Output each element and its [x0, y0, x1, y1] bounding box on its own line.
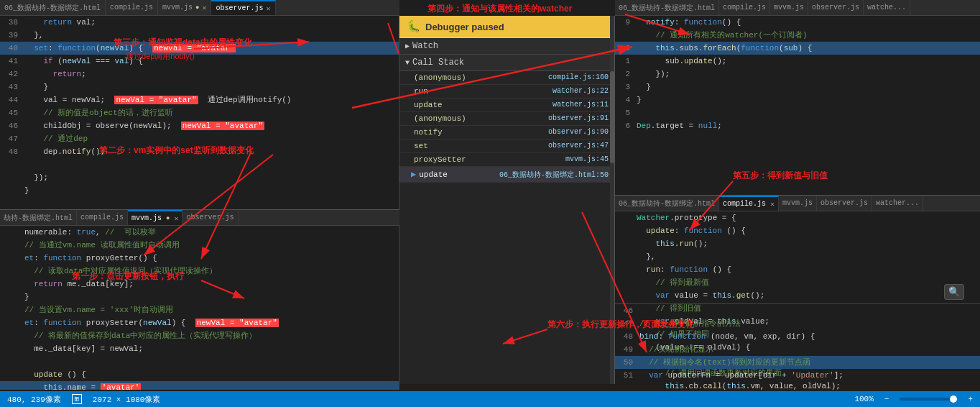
call-stack-title[interactable]: ▼ Call Stack	[399, 55, 614, 71]
code-line-blank3: }	[0, 184, 399, 197]
frame-update[interactable]: update watcher.js:11	[399, 99, 614, 112]
rt-line-2: 2 });	[615, 68, 980, 81]
rt-line-cmt: // 通知所有相关的watcher(一个订阅者)	[615, 29, 980, 42]
code-line-blank2: });	[0, 171, 399, 184]
tab-right-t-compile[interactable]: compile.js	[719, 0, 770, 15]
tab-compile[interactable]: compile.js	[106, 0, 158, 15]
tab-right-t-observer[interactable]: observer.js	[808, 0, 864, 15]
wc-line-run: this.run();	[615, 237, 980, 250]
lb-line-9: // 将最新的值保存到data中对应的属性上（实现代理写操作）	[0, 329, 399, 342]
close-icon-mvvm-b[interactable]: ✕	[174, 214, 178, 223]
tab-label-1: compile.js	[110, 4, 153, 12]
debugger-header: 🐛 Debugger paused	[399, 16, 614, 38]
close-icon-compile-r[interactable]: ✕	[770, 200, 775, 209]
left-top-code: 38 return val; 39 }, 40 set: function(ne…	[0, 16, 399, 209]
zoom-plus[interactable]: +	[968, 395, 973, 403]
tab-left-b-mvvm[interactable]: mvvm.js ● ✕	[128, 210, 182, 225]
tab-lb-label-1: compile.js	[80, 214, 124, 221]
tab-right-b-compile[interactable]: compile.js ✕	[719, 196, 779, 211]
frame-run[interactable]: run watcher.js:22	[399, 85, 614, 99]
cc-line-46: 46	[615, 304, 980, 317]
rt-line-3: 3 }	[615, 81, 980, 93]
code-line-40: 40 set: function(newVal) { newVal = "ava…	[0, 42, 399, 55]
tab-right-b-watcher[interactable]: watcher...	[872, 196, 923, 211]
frame-set[interactable]: set observer.js:47	[399, 140, 614, 153]
lb-line-3: et: function proxyGetter() {	[0, 252, 399, 265]
lb-line-5: return me._data[key];	[0, 278, 399, 291]
wc-line-close1: },	[615, 250, 980, 263]
tab-observer[interactable]: observer.js ✕	[211, 0, 275, 15]
code-line-38: 38 return val;	[0, 16, 399, 29]
cc-line-49: 49 //实现初始化显示	[615, 343, 980, 356]
tab-left-b-databd[interactable]: 劫持-数据绑定.html	[0, 210, 77, 225]
tab-lb-label-0: 劫持-数据绑定.html	[4, 213, 73, 223]
close-icon-observer[interactable]: ✕	[267, 4, 271, 13]
code-line-41: 41 if (newVal === val) {	[0, 55, 399, 68]
coords-display: 480, 239像素	[7, 394, 61, 405]
chevron-down-icon: ▼	[405, 59, 410, 67]
frame-notify[interactable]: notify observer.js:90	[399, 126, 614, 140]
active-frame-arrow: ▶	[411, 169, 416, 180]
watch-section: ▶ Watch	[399, 38, 614, 55]
cc-line-51: 51 var updaterFn = updater[dir + 'Update…	[615, 369, 980, 382]
frame-update-active[interactable]: ▶ update 06_数据劫持-数据绑定.html:50	[399, 167, 614, 183]
lb-line-11	[0, 355, 399, 368]
code-line-43: 43 }	[0, 81, 399, 93]
wc-line-update-fn: update: function () {	[615, 224, 980, 237]
lb-line-1: numerable: true, // 可以枚举	[0, 226, 399, 239]
tab-right-b-mvvm[interactable]: mvvm.js	[779, 196, 817, 211]
code-line-42: 42 return;	[0, 68, 399, 81]
frame-anonymous-2[interactable]: (anonymous) observer.js:91	[399, 112, 614, 126]
tab-right-t-databd[interactable]: 06_数据劫持-数据绑定.html	[615, 0, 719, 15]
status-left: 480, 239像素 ⊞ 2072 × 1080像素	[7, 394, 160, 405]
rt-line-5: 5	[615, 106, 980, 119]
zoom-slider[interactable]	[900, 398, 957, 401]
cc-line-47: 47 // 真正用于解析指令的方法	[615, 317, 980, 330]
debugger-scrollbar[interactable]	[610, 16, 614, 384]
zoom-minus[interactable]: −	[884, 395, 889, 403]
cc-line-48: 48 bind: function (node, vm, exp, dir) {	[615, 330, 980, 343]
tab-label-3: observer.js	[216, 4, 263, 12]
cc-line-50: 50 // 根据指令名(text)得到对应的更新节点函	[615, 356, 980, 369]
code-line-blank1	[0, 158, 399, 171]
tab-left-b-compile[interactable]: compile.js	[77, 210, 128, 225]
right-top-code: 9 notify: function() { // 通知所有相关的watcher…	[615, 16, 980, 195]
watch-label: Watch	[412, 41, 438, 51]
lb-line-13: this.name = 'avatar'	[0, 381, 399, 390]
frame-proxysetter[interactable]: proxySetter mvvm.js:45	[399, 153, 614, 167]
tab-left-b-observer[interactable]: observer.js	[182, 210, 238, 225]
tab-mvvm[interactable]: mvvm.js ● ✕	[158, 0, 211, 15]
code-line-39: 39 },	[0, 29, 399, 42]
mini-search-button[interactable]: 🔍	[944, 284, 964, 300]
lb-line-7: // 当设置vm.name = 'xxx'时自动调用	[0, 303, 399, 316]
close-icon[interactable]: ✕	[202, 4, 206, 12]
rt-line-1: 1 sub.update();	[615, 55, 980, 68]
chevron-right-icon: ▶	[405, 42, 410, 50]
lb-line-8: et: function proxySetter(newVal) { newVa…	[0, 316, 399, 329]
svg-text:第四步：通知与该属性相关的watcher: 第四步：通知与该属性相关的watcher	[427, 4, 573, 14]
rt-line-9: 9 notify: function() {	[615, 16, 980, 29]
lb-line-2: // 当通过vm.name 读取属性值时自动调用	[0, 239, 399, 252]
left-bottom-code: numerable: true, // 可以枚举 // 当通过vm.name 读…	[0, 226, 399, 390]
status-bar: 480, 239像素 ⊞ 2072 × 1080像素 100% − +	[0, 391, 980, 407]
code-line-48: 48 dep.notify();	[0, 145, 399, 158]
code-line-44: 44 val = newVal; newVal = "avatar" 通过dep…	[0, 93, 399, 106]
watch-section-title[interactable]: ▶ Watch	[399, 38, 614, 54]
tab-databd[interactable]: 06_数据劫持-数据绑定.html	[0, 0, 106, 15]
status-right: 100% − +	[854, 395, 973, 403]
code-line-47: 47 // 通过dep	[0, 132, 399, 145]
tab-right-b-observer[interactable]: observer.js	[817, 196, 872, 211]
rt-line-4: 4 }	[615, 93, 980, 106]
tab-label-0: 06_数据劫持-数据绑定.html	[4, 3, 101, 13]
frame-anonymous-1[interactable]: (anonymous) compile.js:160	[399, 71, 614, 85]
lb-line-12: update () {	[0, 368, 399, 381]
tab-label-2: mvvm.js	[162, 4, 193, 12]
tab-right-t-watcher[interactable]: watche...	[864, 0, 910, 15]
tab-lb-label-3: observer.js	[186, 214, 234, 221]
compile-code-bottom: 46 47 // 真正用于解析指令的方法 48 bind: function (…	[615, 303, 980, 390]
tab-right-t-mvvm[interactable]: mvvm.js	[770, 0, 808, 15]
tab-right-b-databd[interactable]: 06_数据劫持-数据绑定.html	[615, 196, 719, 211]
rt-line-0: 0 this.subs.forEach(function(sub) {	[615, 42, 980, 55]
rt-line-6: 6 Dep.target = null;	[615, 119, 980, 132]
zoom-level: 100%	[854, 395, 873, 403]
